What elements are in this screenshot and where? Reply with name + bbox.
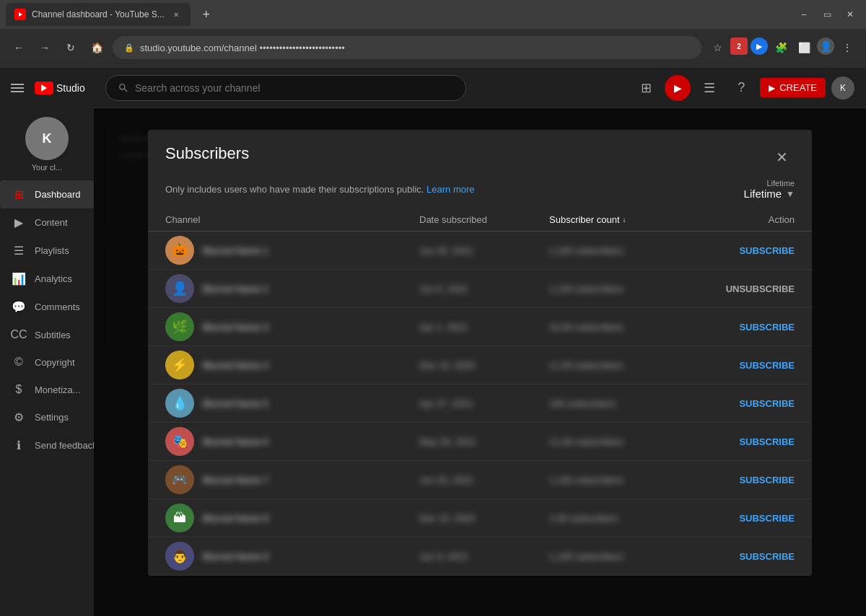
live-button[interactable]: ▶ (665, 75, 691, 101)
maximize-button[interactable]: ▭ (817, 4, 837, 25)
subscribers-table-body: 🎃 Blurred Name 1 Jun 30, 2021 1,100 subs… (148, 232, 812, 576)
sidebar-item-label-comments: Comments (35, 302, 80, 312)
action-button-5[interactable]: SUBSCRIBE (694, 398, 795, 409)
subscriber-count-cell-4: 11,50 subscribers (549, 360, 694, 371)
sidebar-item-comments[interactable]: 💬 Comments (0, 293, 94, 321)
grid-view-button[interactable]: ⊞ (633, 75, 659, 101)
table-row: 💧 Blurred Name 5 Apr 27, 2021 100 subscr… (148, 384, 812, 423)
playlists-icon: ☰ (12, 244, 26, 258)
action-button-8[interactable]: SUBSCRIBE (694, 513, 795, 524)
channel-avatar[interactable]: K (25, 117, 69, 160)
channel-cell-2: 👤 Blurred Name 2 (165, 274, 419, 303)
modal-overlay: Subscribers ✕ Only includes users who ha… (94, 108, 866, 616)
action-button-4[interactable]: SUBSCRIBE (694, 360, 795, 371)
tab-title: Channel dashboard - YouTube S... (32, 9, 165, 19)
subscriber-count-column-header[interactable]: Subscriber count ↓ (549, 214, 694, 225)
sort-arrow-icon: ↓ (623, 216, 626, 224)
address-text: studio.youtube.com/channel •••••••••••••… (140, 43, 345, 53)
browser-titlebar: Channel dashboard - YouTube S... ✕ + – ▭… (0, 0, 866, 29)
new-tab-button[interactable]: + (196, 4, 216, 25)
action-button-6[interactable]: SUBSCRIBE (694, 436, 795, 447)
action-button-7[interactable]: SUBSCRIBE (694, 475, 795, 485)
sidebar-item-subtitles[interactable]: CC Subtitles (0, 321, 94, 348)
profile-button[interactable]: 👤 (817, 38, 834, 55)
home-button[interactable]: 🏠 (87, 38, 107, 58)
channel-name-8: Blurred Name 8 (203, 513, 268, 524)
settings-icon: ⚙ (12, 410, 26, 424)
sidebar-item-copyright[interactable]: © Copyright (0, 348, 94, 376)
extension-button-1[interactable]: 2 (730, 38, 748, 55)
active-browser-tab[interactable]: Channel dashboard - YouTube S... ✕ (6, 3, 191, 26)
header-right-actions: ⊞ ▶ ☰ ? ▶ CREATE K (633, 75, 854, 101)
svg-rect-1 (11, 87, 24, 89)
user-avatar[interactable]: K (831, 76, 854, 100)
date-cell-9: Jun 9, 2021 (419, 551, 549, 562)
tablet-mode-button[interactable]: ⬜ (794, 38, 814, 58)
channel-avatar-5: 💧 (165, 389, 194, 418)
channel-avatar-6: 🎭 (165, 427, 194, 456)
subscriber-count-cell-3: 10,40 subscribers (549, 322, 694, 333)
chrome-menu-button[interactable]: ⋮ (837, 38, 857, 58)
sidebar-item-settings[interactable]: ⚙ Settings (0, 403, 94, 431)
main-content: Notifications Latest video YouTube Commu… (94, 108, 866, 616)
modal-subheader: Only includes users who have made their … (148, 170, 812, 208)
channel-name-2: Blurred Name 2 (203, 283, 268, 294)
action-button-3[interactable]: SUBSCRIBE (694, 322, 795, 333)
action-button-9[interactable]: SUBSCRIBE (694, 551, 795, 562)
help-button[interactable]: ? (728, 75, 754, 101)
channel-avatar-1: 🎃 (165, 236, 194, 265)
tab-close-button[interactable]: ✕ (170, 9, 182, 20)
sidebar-item-label-monetization: Monetiza... (35, 384, 81, 395)
sidebar-item-content[interactable]: ▶ Content (0, 208, 94, 237)
sidebar-item-monetization[interactable]: $ Monetiza... (0, 376, 94, 403)
date-cell-7: Jun 26, 2021 (419, 475, 549, 485)
sidebar-item-dashboard[interactable]: ⊞ Dashboard (0, 180, 94, 208)
back-button[interactable]: ← (9, 38, 29, 58)
table-row: ⚡ Blurred Name 4 Dec 10, 2020 11,50 subs… (148, 346, 812, 384)
forward-button[interactable]: → (35, 38, 55, 58)
search-input[interactable] (135, 82, 454, 94)
modal-close-button[interactable]: ✕ (769, 144, 795, 170)
menu-button[interactable]: ☰ (696, 75, 722, 101)
date-cell-1: Jun 30, 2021 (419, 245, 549, 256)
search-bar[interactable] (105, 75, 466, 101)
sidebar-item-feedback[interactable]: ℹ Send feedback (0, 431, 94, 459)
action-button-1[interactable]: SUBSCRIBE (694, 245, 795, 256)
sidebar-item-playlists[interactable]: ☰ Playlists (0, 237, 94, 265)
channel-name-7: Blurred Name 7 (203, 475, 268, 485)
extension-button-2[interactable]: ▶ (751, 38, 768, 55)
address-bar[interactable]: 🔒 studio.youtube.com/channel •••••••••••… (113, 36, 701, 59)
sidebar-header: Studio (0, 68, 94, 108)
create-button[interactable]: ▶ CREATE (760, 78, 826, 97)
channel-cell-7: 🎮 Blurred Name 7 (165, 465, 419, 494)
extensions-menu-button[interactable]: 🧩 (771, 38, 791, 58)
sidebar-item-label-content: Content (35, 217, 68, 228)
date-cell-6: May 26, 2021 (419, 436, 549, 447)
sidebar-item-analytics[interactable]: 📊 Analytics (0, 265, 94, 293)
reload-button[interactable]: ↻ (61, 38, 81, 58)
close-window-button[interactable]: ✕ (840, 4, 860, 25)
learn-more-link[interactable]: Learn more (427, 184, 474, 195)
subscriber-count-cell-9: 1,100 subscribers (549, 551, 694, 562)
action-button-2[interactable]: UNSUBSCRIBE (694, 283, 795, 294)
channel-cell-1: 🎃 Blurred Name 1 (165, 236, 419, 265)
your-channel-label: Your cl... (32, 163, 62, 172)
hamburger-menu-button[interactable] (6, 76, 29, 100)
sidebar-item-label-copyright: Copyright (35, 357, 75, 368)
analytics-icon: 📊 (12, 272, 26, 286)
channel-cell-8: 🏔 Blurred Name 8 (165, 503, 419, 532)
bookmark-star-button[interactable]: ☆ (707, 38, 727, 58)
sidebar-item-label-analytics: Analytics (35, 273, 72, 284)
svg-rect-0 (11, 84, 24, 85)
minimize-button[interactable]: – (794, 4, 814, 25)
channel-avatar-3: 🌿 (165, 312, 194, 341)
channel-name-6: Blurred Name 6 (203, 436, 268, 447)
channel-avatar-4: ⚡ (165, 351, 194, 379)
lifetime-selector[interactable]: Lifetime Lifetime ▼ (744, 179, 795, 200)
subscriber-count-cell-7: 1,100 subscribers (549, 475, 694, 485)
studio-label: Studio (56, 82, 85, 94)
channel-name-3: Blurred Name 3 (203, 322, 268, 333)
channel-avatar-7: 🎮 (165, 465, 194, 494)
sidebar-navigation: ⊞ Dashboard ▶ Content ☰ Playlists 📊 Anal… (0, 180, 94, 459)
subscriber-count-cell-2: 1,130 subscribers (549, 283, 694, 294)
